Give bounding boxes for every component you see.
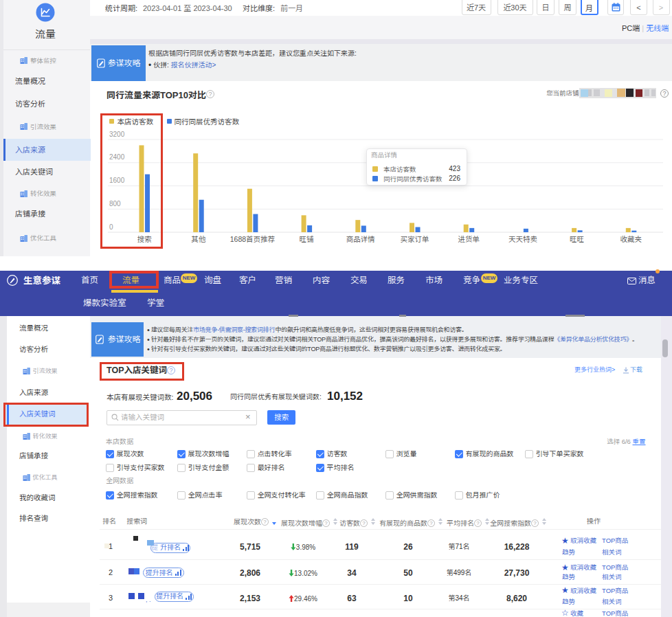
svg-text:其他: 其他 xyxy=(191,235,205,243)
svg-text:天天特卖: 天天特卖 xyxy=(508,235,537,243)
svg-text:买家订单: 买家订单 xyxy=(401,235,429,243)
svg-text:收藏夹: 收藏夹 xyxy=(620,235,642,243)
svg-text:旺铺: 旺铺 xyxy=(300,235,314,243)
svg-text:1688首页推荐: 1688首页推荐 xyxy=(230,235,275,243)
svg-text:商品详情: 商品详情 xyxy=(346,235,375,243)
svg-text:进货单: 进货单 xyxy=(458,235,480,243)
svg-text:旺旺: 旺旺 xyxy=(570,235,584,243)
